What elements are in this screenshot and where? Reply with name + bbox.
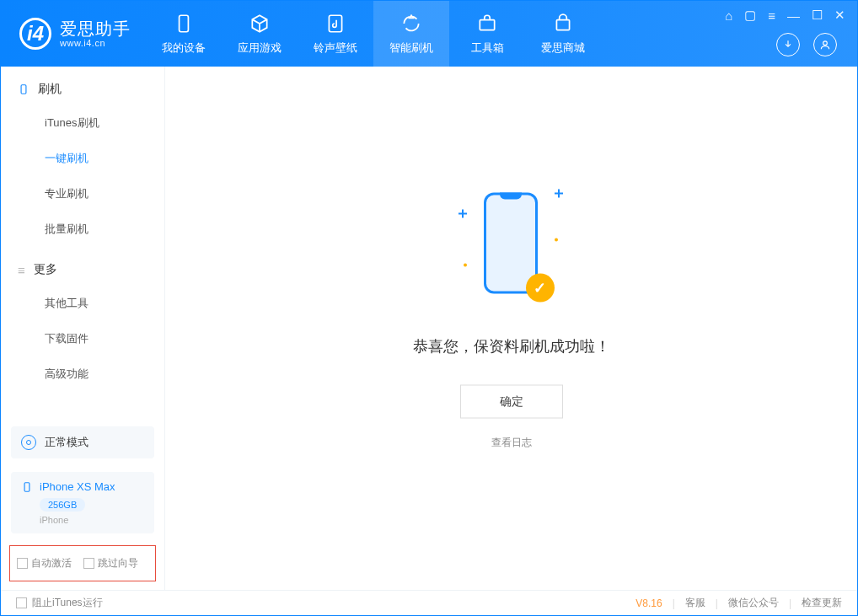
storage-badge: 256GB — [40, 498, 85, 512]
sidebar-item-download-firmware[interactable]: 下载固件 — [1, 321, 164, 356]
toolbox-icon — [475, 12, 499, 35]
sidebar-group-more: ≡ 更多 — [1, 247, 164, 286]
app-title: 爱思助手 — [60, 19, 131, 38]
support-link[interactable]: 客服 — [685, 596, 705, 610]
list-icon: ≡ — [18, 263, 25, 277]
group-title: 刷机 — [38, 82, 62, 97]
svg-rect-3 — [556, 20, 569, 30]
tab-label: 智能刷机 — [389, 40, 433, 56]
sidebar-item-batch-flash[interactable]: 批量刷机 — [1, 212, 164, 247]
tab-label: 应用游戏 — [238, 40, 282, 56]
group-title: 更多 — [34, 262, 57, 277]
device-icon — [172, 12, 196, 35]
success-message: 恭喜您，保资料刷机成功啦！ — [413, 336, 610, 356]
minimize-button[interactable]: — — [787, 8, 800, 23]
sidebar-item-advanced[interactable]: 高级功能 — [1, 356, 164, 392]
sidebar-group-flash: 刷机 — [1, 67, 164, 105]
tab-store[interactable]: 爱思商城 — [525, 1, 601, 67]
sidebar-item-pro-flash[interactable]: 专业刷机 — [1, 176, 164, 212]
menu-icon[interactable]: ≡ — [768, 8, 775, 23]
download-button[interactable] — [776, 33, 800, 56]
tab-ringtones[interactable]: 铃声壁纸 — [298, 1, 373, 67]
phone-icon — [18, 83, 29, 95]
statusbar: 阻止iTunes运行 V8.16 | 客服 | 微信公众号 | 检查更新 — [1, 590, 857, 615]
tab-my-device[interactable]: 我的设备 — [146, 1, 222, 67]
mode-label: 正常模式 — [45, 435, 88, 450]
main-tabs: 我的设备 应用游戏 铃声壁纸 智能刷机 工具箱 爱思商城 — [146, 1, 601, 67]
cart-icon — [551, 12, 575, 35]
music-icon — [324, 12, 347, 35]
refresh-icon — [400, 12, 423, 35]
version-label: V8.16 — [635, 597, 662, 609]
mode-icon — [21, 435, 36, 450]
header-actions — [776, 33, 837, 56]
titlebar: i4 爱思助手 www.i4.cn 我的设备 应用游戏 铃声壁纸 智能刷机 工具… — [1, 1, 857, 67]
mode-box[interactable]: 正常模式 — [11, 426, 154, 458]
sidebar-item-oneclick-flash[interactable]: 一键刷机 — [1, 141, 164, 176]
check-icon: ✓ — [526, 274, 555, 303]
wechat-link[interactable]: 微信公众号 — [728, 596, 779, 610]
confirm-button[interactable]: 确定 — [460, 385, 563, 419]
svg-rect-0 — [180, 15, 189, 32]
sidebar-item-itunes-flash[interactable]: iTunes刷机 — [1, 105, 164, 141]
phone-icon — [21, 481, 33, 493]
check-update-link[interactable]: 检查更新 — [802, 596, 842, 610]
logo-icon: i4 — [19, 18, 51, 50]
account-button[interactable] — [813, 33, 837, 56]
tab-apps-games[interactable]: 应用游戏 — [222, 1, 298, 67]
window-controls: ⌂ ▢ ≡ — ☐ ✕ — [725, 8, 845, 23]
settings-icon[interactable]: ▢ — [744, 8, 756, 23]
view-log-link[interactable]: 查看日志 — [491, 436, 532, 450]
close-button[interactable]: ✕ — [834, 8, 845, 23]
success-illustration: ✓ — [465, 186, 558, 313]
block-itunes-checkbox[interactable]: 阻止iTunes运行 — [16, 596, 103, 610]
success-panel: ✓ 恭喜您，保资料刷机成功啦！ 确定 查看日志 — [413, 186, 610, 450]
app-subtitle: www.i4.cn — [60, 38, 131, 48]
svg-rect-2 — [480, 20, 494, 30]
svg-point-4 — [823, 41, 828, 46]
svg-rect-6 — [24, 482, 29, 491]
tab-label: 工具箱 — [471, 40, 504, 56]
sidebar: 刷机 iTunes刷机 一键刷机 专业刷机 批量刷机 ≡ 更多 其他工具 下载固… — [1, 67, 165, 590]
skip-guide-checkbox[interactable]: 跳过向导 — [83, 556, 138, 570]
maximize-button[interactable]: ☐ — [812, 8, 823, 23]
device-box[interactable]: iPhone XS Max 256GB iPhone — [11, 472, 154, 533]
sidebar-item-other-tools[interactable]: 其他工具 — [1, 286, 164, 321]
tab-label: 我的设备 — [162, 40, 206, 56]
device-type: iPhone — [40, 515, 144, 525]
device-name: iPhone XS Max — [40, 480, 115, 493]
cube-icon — [248, 12, 271, 35]
svg-rect-1 — [329, 15, 341, 32]
auto-activate-checkbox[interactable]: 自动激活 — [17, 556, 72, 570]
main-content: ✓ 恭喜您，保资料刷机成功啦！ 确定 查看日志 — [165, 67, 857, 590]
options-row: 自动激活 跳过向导 — [9, 545, 156, 581]
tab-label: 铃声壁纸 — [314, 40, 357, 56]
svg-rect-5 — [21, 85, 26, 94]
tab-toolbox[interactable]: 工具箱 — [449, 1, 525, 67]
shirt-icon[interactable]: ⌂ — [725, 8, 732, 23]
logo: i4 爱思助手 www.i4.cn — [1, 1, 146, 67]
tab-flash[interactable]: 智能刷机 — [373, 1, 449, 67]
tab-label: 爱思商城 — [541, 40, 585, 56]
